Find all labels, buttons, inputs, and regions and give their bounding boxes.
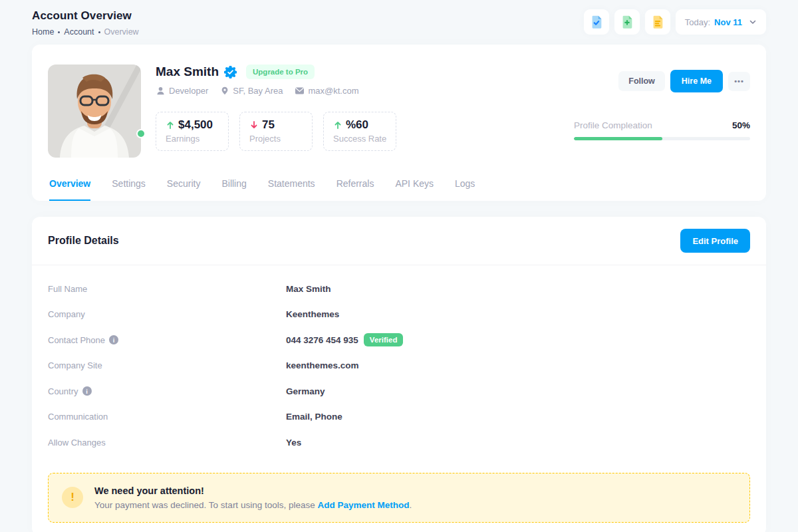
file-plus-button[interactable]: [614, 9, 640, 35]
follow-button[interactable]: Follow: [618, 71, 665, 91]
stat-value: $4,500: [178, 118, 213, 132]
notice-title: We need your attention!: [94, 485, 412, 496]
info-icon[interactable]: i: [82, 386, 92, 396]
notice-text: Your payment was declined. To start usin…: [94, 500, 412, 510]
stat-projects: 75 Projects: [239, 112, 313, 151]
detail-value-text: 044 3276 454 935: [286, 335, 358, 345]
hire-me-button[interactable]: Hire Me: [670, 70, 723, 92]
exclamation-icon: !: [62, 487, 83, 508]
info-icon[interactable]: i: [109, 335, 118, 344]
profile-location-label: SF, Bay Area: [233, 86, 283, 96]
profile-meta: Developer SF, Bay Area max@kt.com: [156, 86, 559, 96]
detail-row-company: Company Keenthemes: [48, 302, 750, 328]
breadcrumb-current: Overview: [104, 27, 139, 37]
detail-label: Company Site: [48, 360, 286, 370]
detail-label-text: Contact Phone: [48, 335, 105, 345]
file-plus-icon: [620, 15, 634, 29]
detail-label: Contact Phone i: [48, 335, 286, 345]
profile-role[interactable]: Developer: [156, 86, 208, 96]
notice-text-suffix: .: [409, 500, 412, 510]
profile-email-label: max@kt.com: [308, 86, 358, 96]
breadcrumb-account[interactable]: Account: [64, 27, 94, 37]
more-options-button[interactable]: •••: [728, 72, 750, 91]
avatar[interactable]: [48, 65, 141, 158]
pin-icon: [220, 86, 229, 96]
detail-label: Country i: [48, 386, 286, 396]
avatar-photo: [48, 65, 141, 158]
completion-progress-fill: [574, 137, 662, 140]
profile-email[interactable]: max@kt.com: [295, 86, 358, 96]
notice-text-body: Your payment was declined. To start usin…: [94, 500, 317, 510]
stat-label: Success Rate: [333, 134, 386, 144]
completion-label: Profile Compleation: [574, 120, 652, 130]
details-title[interactable]: Profile Details: [48, 235, 119, 247]
profile-location[interactable]: SF, Bay Area: [220, 86, 283, 96]
edit-profile-button[interactable]: Edit Profile: [680, 229, 750, 253]
file-lines-button[interactable]: [645, 9, 670, 35]
arrow-up-icon: [333, 120, 342, 130]
arrow-down-icon: [249, 120, 259, 130]
detail-label-text: Full Name: [48, 284, 87, 294]
file-lines-icon: [650, 15, 665, 29]
detail-row-country: Country i Germany: [48, 378, 750, 404]
tab-overview[interactable]: Overview: [49, 174, 90, 201]
profile-card: Max Smith Upgrade to Pro: [32, 45, 766, 201]
breadcrumb-separator: [98, 31, 100, 33]
details-header: Profile Details Edit Profile: [32, 217, 766, 265]
profile-stats: $4,500 Earnings 75 Projects: [156, 112, 559, 151]
profile-details-card: Profile Details Edit Profile Full Name M…: [32, 217, 766, 532]
tab-security[interactable]: Security: [167, 174, 201, 201]
file-check-icon: [589, 15, 604, 29]
tab-settings[interactable]: Settings: [112, 174, 146, 201]
chevron-down-icon: [749, 18, 757, 26]
date-value: Nov 11: [714, 17, 742, 27]
stat-value: 75: [262, 118, 275, 132]
tab-api-keys[interactable]: API Keys: [395, 174, 434, 201]
detail-label-text: Company Site: [48, 360, 102, 370]
upgrade-to-pro-badge[interactable]: Upgrade to Pro: [246, 65, 315, 79]
stat-value: %60: [346, 118, 368, 132]
detail-label-text: Company: [48, 309, 85, 319]
detail-label-text: Country: [48, 386, 78, 396]
page-header: Account Overview Home Account Overview: [0, 0, 798, 37]
detail-label: Allow Changes: [48, 438, 286, 448]
detail-row-full-name: Full Name Max Smith: [48, 276, 750, 302]
tab-logs[interactable]: Logs: [455, 174, 475, 201]
detail-value: Keenthemes: [286, 309, 339, 319]
detail-label-text: Communication: [48, 412, 108, 422]
breadcrumb-separator: [58, 31, 60, 33]
tab-billing[interactable]: Billing: [221, 174, 246, 201]
page-title: Account Overview: [32, 9, 139, 23]
detail-row-allow-changes: Allow Changes Yes: [48, 430, 750, 456]
mail-icon: [295, 86, 305, 95]
detail-row-communication: Communication Email, Phone: [48, 404, 750, 430]
notice-content: We need your attention! Your payment was…: [94, 485, 412, 510]
breadcrumb-home[interactable]: Home: [32, 27, 54, 37]
date-label: Today:: [685, 17, 710, 27]
topbar-actions: Today: Nov 11: [584, 9, 766, 35]
attention-notice: ! We need your attention! Your payment w…: [48, 473, 750, 523]
detail-label-text: Allow Changes: [48, 438, 106, 448]
page-heading: Account Overview Home Account Overview: [32, 9, 139, 37]
account-tabs: Overview Settings Security Billing State…: [48, 174, 750, 201]
add-payment-method-link[interactable]: Add Payment Method: [317, 500, 409, 510]
file-check-button[interactable]: [584, 9, 609, 35]
stat-label: Projects: [249, 134, 303, 144]
detail-row-contact-phone: Contact Phone i 044 3276 454 935 Verifie…: [48, 327, 750, 353]
detail-label: Company: [48, 309, 286, 319]
date-selector[interactable]: Today: Nov 11: [676, 9, 766, 35]
detail-value: keenthemes.com: [286, 360, 359, 370]
detail-value: 044 3276 454 935 Verified: [286, 333, 403, 346]
detail-value: Germany: [286, 386, 325, 396]
user-icon: [156, 86, 166, 96]
details-body: Full Name Max Smith Company Keenthemes C…: [32, 265, 766, 456]
detail-label: Communication: [48, 412, 286, 422]
completion-value: 50%: [732, 120, 750, 130]
profile-main: Max Smith Upgrade to Pro: [156, 65, 559, 158]
tab-referrals[interactable]: Referrals: [336, 174, 374, 201]
profile-role-label: Developer: [169, 86, 208, 96]
detail-value: Email, Phone: [286, 412, 342, 422]
detail-row-company-site: Company Site keenthemes.com: [48, 353, 750, 379]
profile-name[interactable]: Max Smith: [156, 65, 219, 79]
tab-statements[interactable]: Statements: [268, 174, 315, 201]
